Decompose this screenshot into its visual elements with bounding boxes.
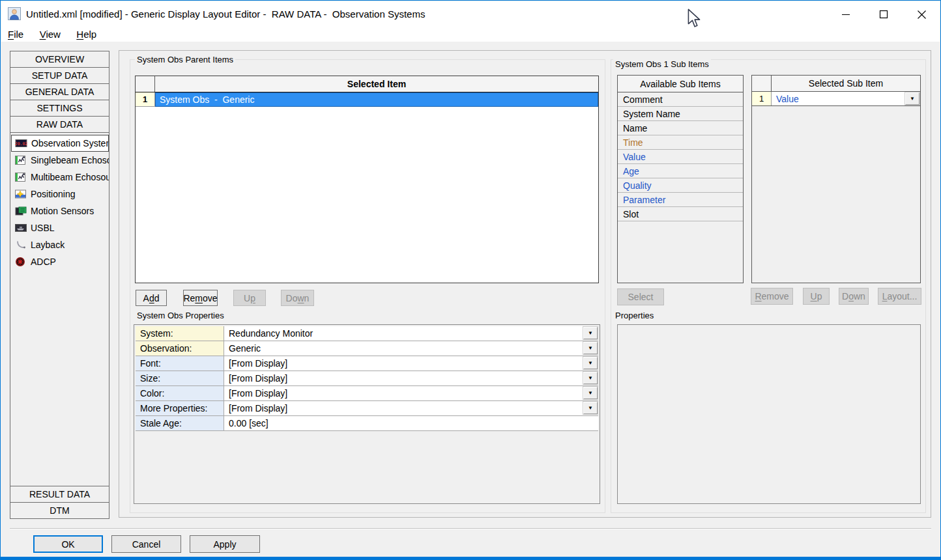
sidebar-item-adcp[interactable]: ADCP: [11, 253, 109, 270]
layout-button[interactable]: Layout...: [878, 288, 921, 305]
down-button[interactable]: Down: [281, 290, 314, 306]
selected-sub-item-dropdown[interactable]: Value ▼: [772, 92, 920, 105]
menu-view[interactable]: View: [33, 27, 67, 40]
layback-icon: [14, 240, 27, 250]
property-value: Redundancy Monitor: [229, 328, 313, 339]
chevron-down-icon[interactable]: ▼: [583, 387, 598, 399]
list-item[interactable]: Slot: [618, 207, 743, 221]
minimize-button[interactable]: [835, 5, 857, 23]
sidebar-tab-dtm[interactable]: DTM: [10, 502, 109, 519]
observation-systems-icon: 20.02: [15, 138, 28, 148]
adcp-icon: [14, 257, 27, 267]
property-value: [From Display]: [229, 388, 287, 399]
selected-item-value[interactable]: System Obs - Generic: [155, 92, 598, 107]
sidebar-item-label: Singlebeam Echosounders: [31, 155, 109, 165]
property-value: Generic: [229, 343, 261, 354]
property-row: Font: [From Display] ▼: [136, 356, 598, 371]
list-item[interactable]: Comment: [618, 92, 743, 107]
cancel-button[interactable]: Cancel: [111, 535, 181, 553]
more-properties-dropdown[interactable]: [From Display] ▼: [224, 401, 598, 415]
sidebar-item-singlebeam-echosounders[interactable]: Singlebeam Echosounders: [11, 152, 109, 169]
property-row: Observation: Generic ▼: [136, 341, 598, 356]
remove-button[interactable]: Remove: [183, 290, 218, 306]
sidebar-item-label: Layback: [31, 240, 65, 250]
property-value: 0.00 [sec]: [229, 418, 268, 428]
chevron-down-icon[interactable]: ▼: [583, 402, 598, 414]
up-button[interactable]: Up: [233, 290, 266, 306]
multibeam-echosounder-icon: [14, 172, 27, 182]
sidebar-tab-general-data[interactable]: GENERAL DATA: [10, 83, 109, 100]
table-row[interactable]: 1 System Obs - Generic: [136, 92, 598, 107]
sidebar-item-motion-sensors[interactable]: Motion Sensors: [11, 203, 109, 219]
property-label: Size:: [136, 371, 224, 385]
chevron-down-icon[interactable]: ▼: [583, 357, 598, 369]
singlebeam-echosounder-icon: [14, 155, 27, 165]
close-button[interactable]: [910, 5, 933, 23]
sidebar-tab-setup-data[interactable]: SETUP DATA: [10, 67, 109, 84]
property-label: More Properties:: [136, 401, 224, 415]
right-properties-group-label: Properties: [613, 311, 656, 320]
sidebar-item-label: Positioning: [31, 189, 76, 199]
menu-file[interactable]: File: [1, 27, 30, 40]
ok-button[interactable]: OK: [33, 535, 103, 553]
chevron-down-icon[interactable]: ▼: [583, 327, 598, 339]
property-value: [From Display]: [229, 358, 287, 369]
sidebar-item-label: ADCP: [31, 257, 56, 267]
right-properties-panel: [617, 324, 921, 504]
selected-sub-item-value: Value: [776, 94, 799, 104]
sidebar-item-layback[interactable]: Layback: [11, 236, 109, 253]
color-value-dropdown[interactable]: [From Display] ▼: [224, 386, 598, 400]
property-label: Font:: [136, 356, 224, 371]
menu-help[interactable]: Help: [70, 27, 103, 40]
font-value-dropdown[interactable]: [From Display] ▼: [224, 356, 598, 371]
list-item[interactable]: Value: [618, 150, 743, 164]
size-value-dropdown[interactable]: [From Display] ▼: [224, 371, 598, 385]
sub-down-button[interactable]: Down: [839, 288, 869, 305]
sidebar-tab-settings[interactable]: SETTINGS: [10, 100, 109, 117]
list-item[interactable]: Age: [618, 164, 743, 178]
menu-bar: File View Help: [1, 27, 940, 42]
list-item[interactable]: Quality: [618, 178, 743, 193]
sub-up-button[interactable]: Up: [803, 288, 830, 305]
main-panel: System Obs Parent Items Selected Item 1 …: [119, 50, 931, 518]
property-row: Size: [From Display] ▼: [136, 371, 598, 386]
chevron-down-icon[interactable]: ▼: [905, 92, 919, 105]
sub-items-group-label: System Obs 1 Sub Items: [613, 59, 711, 69]
sidebar-tab-raw-data[interactable]: RAW DATA: [10, 116, 109, 133]
close-icon: [917, 10, 927, 20]
sidebar-item-positioning[interactable]: Positioning: [11, 186, 109, 203]
chevron-down-icon[interactable]: ▼: [583, 342, 598, 354]
sidebar-tab-result-data[interactable]: RESULT DATA: [10, 486, 109, 503]
apply-button[interactable]: Apply: [190, 535, 260, 553]
available-sub-items-list: Available Sub Items Comment System Name …: [617, 75, 744, 283]
sidebar-tab-overview[interactable]: OVERVIEW: [10, 51, 109, 68]
property-value: [From Display]: [229, 403, 287, 413]
maximize-button[interactable]: [873, 5, 895, 23]
row-number: 1: [136, 92, 155, 107]
table-row[interactable]: 1 Value ▼: [752, 92, 920, 106]
select-button[interactable]: Select: [617, 288, 664, 305]
sidebar-item-label: USBL: [31, 223, 55, 233]
property-row: More Properties: [From Display] ▼: [136, 401, 598, 416]
raw-data-nav-panel: 20.02 Observation Systems Singlebeam Ech…: [10, 132, 109, 486]
property-value: [From Display]: [229, 373, 287, 384]
list-item[interactable]: Parameter: [618, 193, 743, 207]
list-item[interactable]: Name: [618, 121, 743, 135]
sidebar-item-multibeam-echosounders[interactable]: Multibeam Echosounders: [11, 169, 109, 186]
list-item[interactable]: Time: [618, 135, 743, 150]
add-button[interactable]: Add: [136, 290, 167, 306]
sidebar-item-label: Multibeam Echosounders: [31, 172, 109, 182]
sidebar-item-usbl[interactable]: USBL: [11, 219, 109, 236]
stale-age-field[interactable]: 0.00 [sec]: [224, 416, 598, 430]
usbl-icon: [14, 223, 27, 233]
property-row: System: Redundancy Monitor ▼: [136, 326, 598, 341]
system-value-dropdown[interactable]: Redundancy Monitor ▼: [224, 326, 598, 341]
window-title: Untitled.xml [modified] - Generic Displa…: [26, 8, 425, 20]
list-item[interactable]: System Name: [618, 107, 743, 121]
sidebar-item-observation-systems[interactable]: 20.02 Observation Systems: [11, 135, 109, 152]
observation-value-dropdown[interactable]: Generic ▼: [224, 341, 598, 356]
sub-remove-button[interactable]: Remove: [751, 288, 793, 305]
property-label: System:: [136, 326, 224, 341]
chevron-down-icon[interactable]: ▼: [583, 372, 598, 384]
obs-properties-grid: System: Redundancy Monitor ▼ Observation…: [134, 324, 600, 504]
